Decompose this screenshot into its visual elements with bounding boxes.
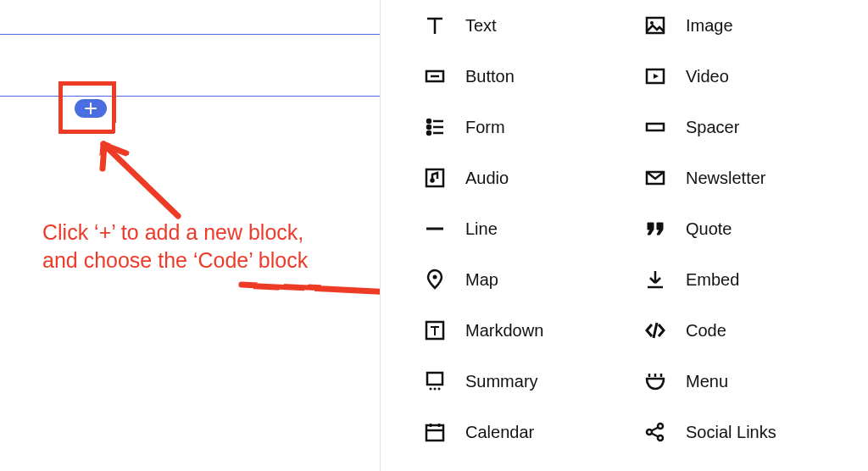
social-links-icon xyxy=(642,418,669,446)
svg-rect-13 xyxy=(427,373,442,385)
insertion-guide-bottom xyxy=(0,96,381,97)
svg-line-31 xyxy=(652,434,659,437)
block-item-line[interactable]: Line xyxy=(421,203,625,254)
video-icon xyxy=(642,63,669,90)
svg-rect-24 xyxy=(647,124,664,130)
svg-point-4 xyxy=(427,125,431,129)
block-item-menu[interactable]: Menu xyxy=(642,356,845,407)
svg-point-28 xyxy=(658,424,663,429)
block-item-quote[interactable]: Quote xyxy=(642,203,845,254)
svg-line-30 xyxy=(652,428,659,431)
audio-icon xyxy=(421,164,448,191)
menu-icon xyxy=(642,368,669,395)
block-item-summary[interactable]: Summary xyxy=(421,356,625,407)
block-item-label: Line xyxy=(465,219,498,239)
block-item-embed[interactable]: Embed xyxy=(642,254,845,305)
block-item-label: Summary xyxy=(465,372,538,391)
block-item-label: Button xyxy=(465,67,515,86)
block-item-label: Calendar xyxy=(465,423,534,442)
svg-point-29 xyxy=(658,435,663,441)
block-item-label: Map xyxy=(465,270,498,290)
block-type-menu: Text Button Form xyxy=(380,0,868,471)
add-block-button[interactable] xyxy=(75,99,107,118)
block-item-audio[interactable]: Audio xyxy=(421,152,625,203)
block-item-map[interactable]: Map xyxy=(421,254,625,305)
block-item-label: Newsletter xyxy=(686,169,765,188)
block-item-label: Quote xyxy=(686,219,732,239)
line-icon xyxy=(421,215,448,242)
spacer-icon xyxy=(642,114,669,141)
block-item-label: Video xyxy=(686,67,729,86)
svg-point-2 xyxy=(427,119,431,123)
quote-icon xyxy=(642,215,669,242)
block-item-spacer[interactable]: Spacer xyxy=(642,102,845,152)
insertion-guide-top xyxy=(0,34,381,35)
markdown-icon xyxy=(421,317,448,344)
block-item-label: Spacer xyxy=(686,118,739,137)
svg-point-9 xyxy=(431,180,434,182)
block-item-newsletter[interactable]: Newsletter xyxy=(642,152,845,203)
form-icon xyxy=(421,114,448,141)
svg-rect-17 xyxy=(426,425,443,441)
svg-rect-8 xyxy=(426,169,443,186)
svg-point-6 xyxy=(427,131,431,135)
block-item-markdown[interactable]: Markdown xyxy=(421,305,625,356)
block-item-label: Markdown xyxy=(465,321,543,341)
block-item-button[interactable]: Button xyxy=(421,51,625,102)
svg-point-22 xyxy=(650,21,654,25)
block-item-code[interactable]: Code xyxy=(642,305,845,356)
summary-icon xyxy=(421,368,448,395)
block-item-form[interactable]: Form xyxy=(421,102,625,152)
svg-rect-21 xyxy=(647,18,664,33)
svg-point-15 xyxy=(434,388,437,391)
block-item-video[interactable]: Video xyxy=(642,51,845,102)
block-item-social-links[interactable]: Social Links xyxy=(642,407,845,457)
plus-icon xyxy=(85,103,97,114)
button-icon xyxy=(421,63,448,90)
block-item-label: Image xyxy=(686,16,733,36)
block-item-label: Audio xyxy=(465,169,509,188)
block-item-label: Social Links xyxy=(686,423,776,442)
annotation-instruction: Click ‘+’ to add a new block, and choose… xyxy=(42,219,331,274)
svg-point-16 xyxy=(438,388,441,391)
newsletter-icon xyxy=(642,164,669,191)
map-icon xyxy=(421,266,448,293)
code-icon xyxy=(642,317,669,344)
block-item-label: Menu xyxy=(686,372,728,391)
svg-point-14 xyxy=(430,388,432,391)
block-item-label: Text xyxy=(465,16,497,36)
block-menu-left-column: Text Button Form xyxy=(421,0,625,457)
block-item-text[interactable]: Text xyxy=(421,0,625,51)
block-menu-right-column: Image Video Spacer Newsletter xyxy=(642,0,845,457)
calendar-icon xyxy=(421,418,448,446)
block-item-label: Embed xyxy=(686,270,739,290)
text-icon xyxy=(421,12,448,39)
block-item-image[interactable]: Image xyxy=(642,0,845,51)
svg-point-11 xyxy=(433,275,437,280)
block-item-label: Form xyxy=(465,118,505,137)
editor-canvas: Click ‘+’ to add a new block, and choose… xyxy=(0,0,381,471)
block-item-label: Code xyxy=(686,321,726,341)
block-item-calendar[interactable]: Calendar xyxy=(421,407,625,457)
image-icon xyxy=(642,12,669,39)
svg-point-27 xyxy=(647,429,652,435)
embed-icon xyxy=(642,266,669,293)
